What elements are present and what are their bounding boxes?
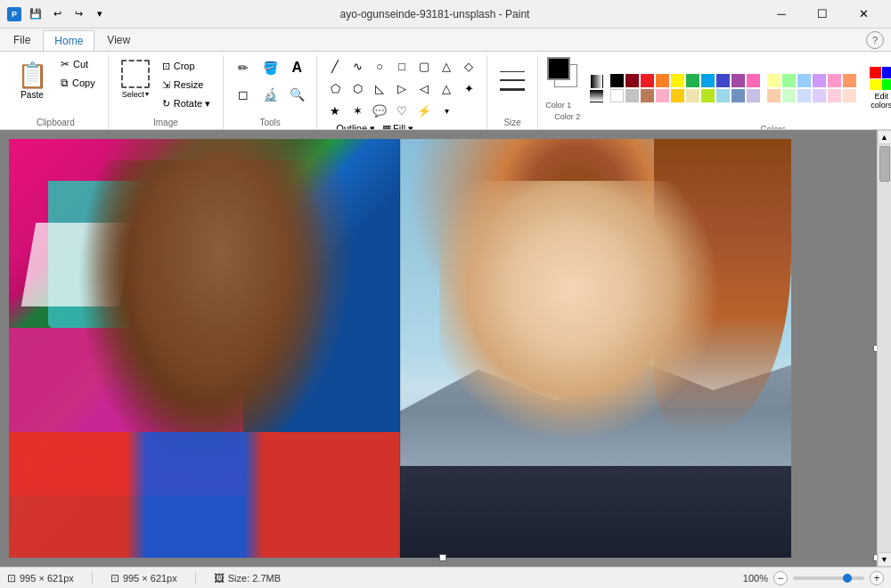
pentagon-shape[interactable]: ⬠ [324,78,346,99]
scroll-track[interactable] [878,144,892,552]
color-dark-red[interactable] [625,74,639,87]
arrow-left-shape[interactable]: ◁ [413,78,435,99]
color-picker-tool[interactable]: 🔬 [257,82,282,107]
color-steel-blue[interactable] [732,89,745,102]
fill-option[interactable]: ▦ Fill ▾ [382,123,413,130]
gradient-swatch-2[interactable] [590,89,603,102]
color2-label: Color 2 [554,112,584,121]
color-lavender[interactable] [747,89,760,102]
pencil-tool[interactable]: ✏ [231,55,256,80]
ext-color-12[interactable] [843,89,856,102]
tab-file[interactable]: File [2,29,42,50]
ribbon-help-button[interactable]: ? [866,31,884,49]
ext-color-11[interactable] [828,89,841,102]
color-purple[interactable] [732,74,745,87]
tab-home[interactable]: Home [43,30,94,51]
save-quick-btn[interactable]: 💾 [27,5,45,23]
scroll-down-btn[interactable]: ▼ [878,552,892,567]
shapes-content: ╱ ∿ ○ □ ▢ △ ◇ ⬠ ⬡ ◺ ▷ ◁ △ ✦ ★ ✶ 💬 [324,55,479,130]
resize-handle-right[interactable] [873,345,877,352]
rotate-button[interactable]: ↻ Rotate ▾ [157,94,216,112]
more-shapes[interactable]: ▾ [436,100,457,121]
callout-shape[interactable]: 💬 [369,100,390,121]
color-brown[interactable] [641,89,654,102]
zoom-slider[interactable] [793,576,864,580]
arrow-right-shape[interactable]: ▷ [391,78,413,99]
resize-handle-bottom[interactable] [439,554,446,561]
color-yellow[interactable] [671,74,684,87]
color-magenta[interactable] [747,74,760,87]
scroll-up-btn[interactable]: ▲ [878,130,892,144]
rect-shape[interactable]: □ [391,55,413,77]
color-pink[interactable] [656,89,669,102]
edit-colors-button[interactable]: Edit colors [862,62,891,114]
color1-swatch-box[interactable] [547,57,570,80]
star5-shape[interactable]: ★ [324,100,346,121]
ext-color-3[interactable] [797,74,811,87]
ext-color-5[interactable] [828,74,841,87]
star6-shape[interactable]: ✶ [347,100,368,121]
minimize-button[interactable]: ─ [761,0,802,29]
ext-color-4[interactable] [813,74,826,87]
select-button[interactable]: Select ▾ [116,55,155,103]
rounded-rect-shape[interactable]: ▢ [413,55,435,77]
resize-button[interactable]: ⇲ Resize [157,76,216,94]
ext-color-8[interactable] [782,89,796,102]
ext-color-1[interactable] [767,74,781,87]
color-cream[interactable] [686,89,699,102]
color-lime[interactable] [701,89,715,102]
crop-button[interactable]: ⊡ Crop [157,57,216,75]
quick-access-dropdown[interactable]: ▾ [91,5,109,23]
select-label: Select [122,90,144,99]
close-button[interactable]: ✕ [843,0,884,29]
color-black[interactable] [610,74,624,87]
canvas-image[interactable] [9,139,791,558]
color-red[interactable] [641,74,654,87]
color-indigo[interactable] [716,74,730,87]
copy-button[interactable]: ⧉ Copy [55,74,101,92]
color-light-cyan[interactable] [716,89,730,102]
ext-color-10[interactable] [813,89,826,102]
clothing-dark [400,466,791,558]
ext-color-7[interactable] [767,89,781,102]
right-tri-shape[interactable]: ◺ [369,78,390,99]
triangle-shape[interactable]: △ [436,55,457,77]
heart-shape[interactable]: ♡ [391,100,413,121]
eraser-tool[interactable]: ◻ [231,82,256,107]
canvas-scroll-area[interactable] [0,130,877,567]
zoom-minus-btn[interactable]: − [773,571,788,585]
color-gold[interactable] [671,89,684,102]
magnifier-tool[interactable]: 🔍 [284,82,309,107]
color-cyan[interactable] [701,74,715,87]
ext-color-6[interactable] [843,74,856,87]
resize-handle-corner[interactable] [873,554,877,561]
lightning-shape[interactable]: ⚡ [413,100,435,121]
redo-quick-btn[interactable]: ↪ [69,5,87,23]
edit-colors-label: Edit colors [866,92,891,110]
size-line-3 [500,88,525,91]
oval-shape[interactable]: ○ [369,55,390,77]
gradient-swatch-1[interactable] [590,75,603,88]
curve-shape[interactable]: ∿ [347,55,368,77]
color-light-gray[interactable] [625,89,639,102]
ext-color-2[interactable] [782,74,796,87]
cut-button[interactable]: ✂ Cut [55,55,101,73]
color-white[interactable] [610,89,624,102]
star4-shape[interactable]: ✦ [458,78,479,99]
tab-view[interactable]: View [95,29,142,50]
diamond-shape[interactable]: ◇ [458,55,479,77]
outline-option[interactable]: — Outline ▾ [324,123,375,130]
arrow-up-shape[interactable]: △ [436,78,457,99]
scroll-thumb[interactable] [879,146,890,182]
fill-tool[interactable]: 🪣 [257,55,282,80]
text-tool[interactable]: A [284,55,309,80]
maximize-button[interactable]: ☐ [802,0,843,29]
zoom-plus-btn[interactable]: + [870,571,884,585]
hexagon-shape[interactable]: ⬡ [347,78,368,99]
color-orange[interactable] [656,74,669,87]
line-shape[interactable]: ╱ [324,55,346,77]
color-green[interactable] [686,74,699,87]
ext-color-9[interactable] [797,89,811,102]
paste-button[interactable]: 📋 Paste [11,55,53,107]
undo-quick-btn[interactable]: ↩ [48,5,66,23]
